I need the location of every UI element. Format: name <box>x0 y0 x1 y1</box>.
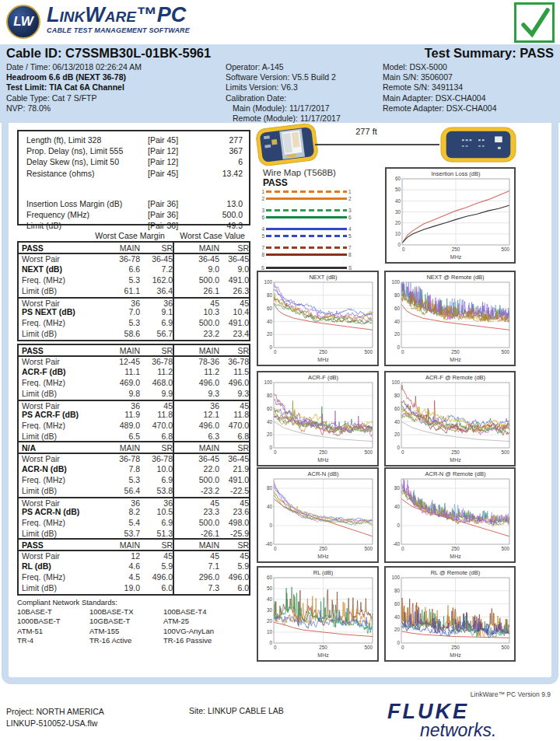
result-status: N/A <box>19 442 101 454</box>
svg-text:80: 80 <box>267 485 273 491</box>
svg-text:0: 0 <box>397 344 400 350</box>
svg-text:40: 40 <box>394 504 401 509</box>
svg-text:500: 500 <box>501 246 509 252</box>
svg-text:100: 100 <box>391 279 400 285</box>
column-divider <box>173 329 180 340</box>
result-value: 9.0 <box>180 264 219 275</box>
result-value: 36-45 <box>180 454 219 465</box>
wire-pin-right: 6 <box>347 215 354 220</box>
result-value: 498.0 <box>219 518 249 529</box>
result-row: PS ACR-F (dB)11.911.812.111.8 <box>19 410 249 421</box>
result-value: 5.3 <box>101 318 140 329</box>
chart-canvas: 0204060801000250500MHzRL @ Remote (dB) <box>386 568 514 660</box>
svg-text:100: 100 <box>391 575 400 580</box>
result-row-label: Limit (dB) <box>19 329 101 340</box>
result-value: 9.9 <box>140 389 173 400</box>
header-info-line: Main S/N: 3506007 <box>383 72 497 82</box>
wire-pin-right: 7 <box>347 245 354 250</box>
svg-text:0: 0 <box>269 640 272 645</box>
column-divider <box>173 264 180 275</box>
svg-text:0: 0 <box>397 523 400 528</box>
result-value: 56.4 <box>101 486 140 497</box>
col-header-sr: SR <box>219 345 249 357</box>
result-row-label: Limit (dB) <box>19 389 101 400</box>
result-value: 12-45 <box>101 357 140 368</box>
svg-text:20: 20 <box>267 432 273 437</box>
header-info-line: Main (Module): 11/17/2017 <box>226 103 341 114</box>
measurement-row: Frequency (MHz)[Pair 36]500.0 <box>26 209 249 220</box>
measurement-value: 277 <box>198 135 243 145</box>
standards-column: 100BASE-TX10GBASE-TATM-155TR-16 Active <box>89 607 134 645</box>
result-value: 23.3 <box>180 507 219 518</box>
svg-text:40: 40 <box>267 504 273 509</box>
result-row-label: Freq. (MHz) <box>19 378 101 389</box>
wire-row: 22 <box>259 195 354 202</box>
result-row: Worst Pair12454545 <box>19 551 249 562</box>
result-block: PASSMAINSRMAINSRWorst Pair12454545RL (dB… <box>17 538 250 596</box>
report-page: LW LinkWare™PC CABLE TEST MANAGEMENT SOF… <box>0 0 560 741</box>
chart-canvas: 01020304050600250500MHzInsertion Loss (d… <box>387 169 514 262</box>
svg-text:ACR-N @ Remote (dB): ACR-N @ Remote (dB) <box>425 470 486 477</box>
main-tester-glyph <box>256 123 318 166</box>
col-header-sr: SR <box>140 540 173 551</box>
measurement-label: Resistance (ohms) <box>26 168 148 179</box>
result-value: 12.1 <box>180 410 219 421</box>
linkware-logo-text: LinkWare™PC CABLE TEST MANAGEMENT SOFTWA… <box>47 5 190 34</box>
svg-text:100: 100 <box>264 379 272 385</box>
measurement-value: 13.0 <box>198 198 243 209</box>
result-value: 491.0 <box>219 475 249 486</box>
linkware-logo-icon: LW <box>6 5 40 39</box>
svg-text:ACR-N (dB): ACR-N (dB) <box>307 470 339 477</box>
standard-item: 100BASE-TX <box>89 607 134 617</box>
column-divider <box>173 442 180 454</box>
result-value: 36-78 <box>101 454 140 465</box>
result-value: 7.2 <box>140 264 173 275</box>
result-value: 6.9 <box>140 318 173 329</box>
wire-line <box>266 228 347 230</box>
svg-text:80: 80 <box>394 393 401 398</box>
result-value: 36-78 <box>101 254 140 265</box>
result-value: 45 <box>180 551 219 562</box>
result-value: 11.2 <box>140 367 173 378</box>
standard-item: 1000BASE-T <box>17 617 60 626</box>
svg-text:80: 80 <box>394 485 401 491</box>
worst-case-margin-header: Worst Case Margin <box>86 231 173 240</box>
svg-text:500: 500 <box>501 349 509 355</box>
result-value: 11.8 <box>219 410 249 421</box>
measurement-spacer <box>26 179 249 198</box>
svg-text:NEXT (dB): NEXT (dB) <box>309 274 338 281</box>
measurement-row: Delay Skew (ns), Limit 50[Pair 12]6 <box>26 156 249 167</box>
result-row: ACR-N (dB)7.810.022.021.9 <box>19 464 249 475</box>
svg-text:40: 40 <box>394 614 401 620</box>
column-divider <box>173 318 180 329</box>
svg-text:MHz: MHz <box>317 554 329 559</box>
column-divider <box>173 572 180 583</box>
result-value: 10.5 <box>140 507 173 518</box>
svg-text:Insertion Loss (dB): Insertion Loss (dB) <box>432 170 481 177</box>
svg-text:40: 40 <box>394 319 401 324</box>
result-row-label: Freq. (MHz) <box>19 275 101 286</box>
standard-item: 100BASE-T4 <box>163 607 214 617</box>
result-value: 36-78 <box>140 357 173 368</box>
column-divider <box>173 583 180 594</box>
svg-text:60: 60 <box>267 306 273 311</box>
result-row-label: Worst Pair <box>19 454 101 465</box>
result-row: Limit (dB)9.89.99.39.3 <box>19 389 249 400</box>
result-value: 489.0 <box>101 421 140 432</box>
measurements-table: Length (ft), Limit 328[Pair 45]277Prop. … <box>17 130 250 225</box>
result-block-header: PASSMAINSRMAINSR <box>19 243 249 254</box>
measurement-pair: [Pair 12] <box>148 156 198 167</box>
result-block: PASSMAINSRMAINSRWorst Pair12-4536-7878-3… <box>17 344 250 444</box>
header-info-line: NVP: 78.0% <box>6 103 142 114</box>
result-value: 11.5 <box>219 367 249 378</box>
wire-line <box>266 253 347 256</box>
chart-canvas: 01020304050600250500MHzRL (dB) <box>258 568 377 660</box>
header-info-column-1: Date / Time: 06/13/2018 02:26:24 AMHeadr… <box>6 62 142 114</box>
svg-text:500: 500 <box>364 645 373 650</box>
measurement-pair: [Pair 12] <box>148 145 198 156</box>
result-status: PASS <box>19 243 101 254</box>
result-row: Freq. (MHz)4.5496.0296.0496.0 <box>19 572 249 583</box>
svg-text:0: 0 <box>401 449 404 455</box>
wire-row: 77 <box>259 244 354 251</box>
svg-text:10: 10 <box>395 231 401 236</box>
